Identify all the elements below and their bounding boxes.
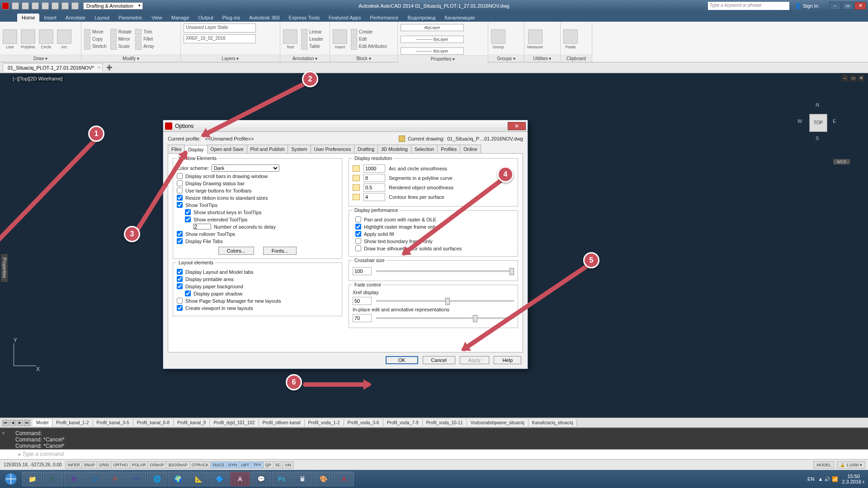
toggle-ducs[interactable]: DUCS bbox=[210, 461, 226, 469]
edit-attributes-button[interactable]: Edit Attributes bbox=[351, 43, 387, 50]
contour-input[interactable] bbox=[363, 193, 385, 201]
current-layer-dropdown[interactable]: XREF_16_02_2016 bbox=[184, 34, 256, 43]
toggle-grid[interactable]: GRID bbox=[97, 461, 112, 469]
linetype-dropdown[interactable]: ———— ByLayer bbox=[401, 47, 464, 55]
viewport-checkbox[interactable]: Create viewport in new layouts bbox=[177, 305, 338, 311]
cmd-close-icon[interactable]: × bbox=[2, 430, 5, 436]
toggle-qp[interactable]: QP bbox=[263, 461, 274, 469]
tab-open-save[interactable]: Open and Save bbox=[207, 145, 247, 153]
tab-system[interactable]: System bbox=[288, 145, 311, 153]
fillet-button[interactable]: Fillet bbox=[135, 36, 154, 42]
linear-dim-button[interactable]: Linear bbox=[301, 29, 323, 35]
ribtab-express[interactable]: Express Tools bbox=[284, 14, 324, 22]
cancel-button[interactable]: Cancel bbox=[423, 356, 455, 364]
segments-input[interactable] bbox=[363, 174, 385, 182]
crosshair-slider[interactable] bbox=[376, 270, 514, 272]
close-button[interactable]: ✕ bbox=[854, 2, 866, 10]
rotate-button[interactable]: Rotate bbox=[110, 29, 132, 35]
outlook-icon[interactable]: O bbox=[85, 472, 104, 486]
earth-icon[interactable]: 🌍 bbox=[168, 472, 188, 486]
table-button[interactable]: Table bbox=[301, 43, 323, 50]
signin-button[interactable]: 👤Sign In bbox=[792, 3, 821, 9]
help-button[interactable]: Help bbox=[494, 356, 521, 364]
ribtab-output[interactable]: Output bbox=[194, 14, 218, 22]
toggle-polar[interactable]: POLAR bbox=[130, 461, 148, 469]
line-button[interactable]: Line bbox=[3, 29, 17, 49]
layout-tab[interactable]: Profil_dyjd_101_102 bbox=[210, 419, 259, 426]
ribtab-insert[interactable]: Insert bbox=[39, 14, 61, 22]
close-tab-icon[interactable]: × bbox=[98, 65, 100, 70]
xref-fade-slider[interactable] bbox=[376, 300, 514, 302]
statusbar-checkbox[interactable]: Display Drawing status bar bbox=[177, 180, 338, 186]
tab-drafting[interactable]: Drafting bbox=[354, 145, 378, 153]
inplace-fade-input[interactable] bbox=[353, 314, 372, 322]
ribtab-performance[interactable]: Performance bbox=[365, 14, 403, 22]
panel-label-modify[interactable]: Modify ▾ bbox=[81, 55, 180, 62]
new-tab-icon[interactable]: ➕ bbox=[106, 65, 113, 70]
scrollbars-checkbox[interactable]: Display scroll bars in drawing window bbox=[177, 173, 338, 179]
rendered-input[interactable] bbox=[363, 183, 385, 192]
layout-tab-model[interactable]: Model bbox=[33, 419, 52, 426]
doc-tab[interactable]: 01_Situaciq_PLOT-1_27.01.2016NOV*× bbox=[3, 63, 103, 72]
tab-plot[interactable]: Plot and Publish bbox=[247, 145, 288, 153]
shadow-checkbox[interactable]: Display paper shadow bbox=[185, 291, 338, 296]
array-button[interactable]: Array bbox=[135, 43, 154, 50]
minimize-button[interactable]: – bbox=[829, 2, 841, 10]
viewcube-w[interactable]: W bbox=[797, 118, 802, 124]
redo-icon[interactable] bbox=[71, 2, 79, 9]
toggle-am[interactable]: AM bbox=[283, 461, 293, 469]
largebtns-checkbox[interactable]: Use large buttons for Toolbars bbox=[177, 188, 338, 193]
panel-label-utilities[interactable]: Utilities ▾ bbox=[524, 55, 560, 62]
paste-button[interactable]: Paste bbox=[563, 29, 578, 49]
toggle-infer[interactable]: INFER bbox=[65, 461, 82, 469]
layer-state-dropdown[interactable]: Unsaved Layer State bbox=[184, 23, 256, 33]
polyline-button[interactable]: Polyline bbox=[21, 29, 35, 49]
create-block-button[interactable]: Create bbox=[351, 29, 387, 35]
trim-button[interactable]: Trim bbox=[135, 29, 154, 35]
textframe-checkbox[interactable]: Show text boundary frame only bbox=[353, 238, 514, 244]
saveas-icon[interactable] bbox=[42, 2, 49, 9]
ribtab-annotate[interactable]: Annotate bbox=[61, 14, 90, 22]
resize-checkbox[interactable]: Resize ribbon icons to standard sizes bbox=[177, 195, 338, 201]
coordinates[interactable]: 1253015.18, -52725.26, 0.00 bbox=[0, 462, 66, 467]
acrobat-icon[interactable]: A bbox=[334, 472, 354, 486]
maximize-button[interactable]: ▭ bbox=[842, 2, 854, 10]
photoshop-icon[interactable]: Ps bbox=[272, 472, 292, 486]
pagesetup-checkbox[interactable]: Show Page Setup Manager for new layouts bbox=[177, 298, 338, 304]
edit-block-button[interactable]: Edit bbox=[351, 36, 387, 42]
stretch-button[interactable]: Stretch bbox=[84, 43, 107, 50]
viewcube-top[interactable]: TOP bbox=[809, 114, 827, 132]
ribtab-view[interactable]: View bbox=[147, 14, 167, 22]
panel-label-properties[interactable]: Properties ▾ bbox=[398, 55, 488, 62]
layout-tab[interactable]: Profil_otliven kanal bbox=[259, 419, 305, 426]
panel-label-groups[interactable]: Groups ▾ bbox=[488, 55, 524, 62]
panel-label-annotation[interactable]: Annotation ▾ bbox=[280, 55, 330, 62]
app-icon[interactable]: 🔷 bbox=[209, 472, 229, 486]
ribtab-sewer[interactable]: Канализация bbox=[440, 14, 479, 22]
help-search-input[interactable]: Type a keyword or phrase bbox=[708, 2, 789, 10]
lang-indicator[interactable]: EN bbox=[807, 476, 814, 482]
excel-icon[interactable]: X bbox=[43, 472, 63, 486]
extended-checkbox[interactable]: Show extended ToolTips bbox=[185, 216, 338, 222]
save-icon[interactable] bbox=[32, 2, 39, 9]
fonts-button[interactable]: Fonts... bbox=[263, 247, 297, 255]
undo-icon[interactable] bbox=[61, 2, 69, 9]
paperbg-checkbox[interactable]: Display paper background bbox=[177, 283, 338, 289]
workspace-dropdown[interactable]: Drafting & Annotation bbox=[83, 2, 143, 9]
leader-button[interactable]: Leader bbox=[301, 36, 323, 42]
text-button[interactable]: Text bbox=[283, 29, 297, 49]
ribtab-parametric[interactable]: Parametric bbox=[114, 14, 147, 22]
ribtab-featured[interactable]: Featured Apps bbox=[324, 14, 366, 22]
toggle-osnap[interactable]: OSNAP bbox=[147, 461, 166, 469]
printable-checkbox[interactable]: Display printable area bbox=[177, 276, 338, 282]
hydra-icon[interactable]: 📐 bbox=[189, 472, 208, 486]
clock[interactable]: 15:50 2.3.2016 г. bbox=[842, 474, 865, 484]
explorer-icon[interactable]: 📁 bbox=[22, 472, 42, 486]
filetabs-checkbox[interactable]: Display File Tabs bbox=[177, 238, 338, 244]
toggle-3dosnap[interactable]: 3DOSNAP bbox=[166, 461, 190, 469]
xref-fade-input[interactable] bbox=[353, 297, 372, 305]
layout-tab[interactable]: Profil_kanal_6-8 bbox=[133, 419, 174, 426]
layout-tab[interactable]: Profil_voda_3-6 bbox=[344, 419, 383, 426]
toggle-dyn[interactable]: DYN bbox=[226, 461, 239, 469]
new-icon[interactable] bbox=[12, 2, 19, 9]
